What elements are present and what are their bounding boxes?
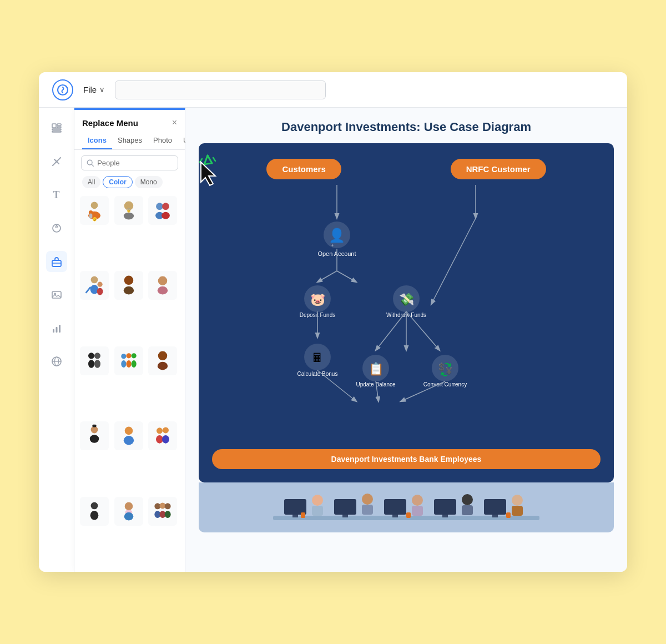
file-menu[interactable]: File ∨ (83, 85, 105, 94)
svg-rect-4 (52, 129, 61, 130)
svg-rect-113 (284, 499, 306, 515)
svg-line-35 (86, 288, 90, 293)
svg-point-37 (97, 288, 103, 295)
sidebar-item-tools[interactable] (46, 151, 67, 172)
svg-rect-116 (312, 506, 323, 516)
svg-line-20 (92, 164, 93, 166)
svg-point-61 (163, 427, 169, 434)
svg-point-123 (412, 495, 423, 506)
replace-menu: Replace Menu × Icons Shapes Photo Upload… (74, 108, 185, 572)
sidebar: T (39, 108, 74, 572)
svg-text:🐷: 🐷 (310, 292, 326, 307)
svg-point-41 (158, 286, 168, 295)
svg-point-49 (126, 360, 131, 368)
svg-point-115 (312, 495, 323, 506)
list-item[interactable] (80, 346, 109, 375)
sidebar-item-briefcase[interactable] (46, 251, 67, 272)
svg-point-38 (124, 276, 133, 285)
filter-color[interactable]: Color (103, 176, 132, 188)
svg-text:Calculate Bonus: Calculate Bonus (297, 371, 338, 377)
list-item[interactable] (80, 271, 109, 300)
svg-rect-11 (52, 291, 61, 298)
svg-point-127 (462, 494, 473, 505)
svg-point-42 (88, 353, 94, 359)
list-item[interactable]: 👵 (114, 196, 143, 225)
svg-rect-118 (342, 515, 348, 517)
list-item[interactable] (148, 346, 177, 375)
svg-rect-133 (301, 512, 305, 518)
list-item[interactable] (148, 497, 177, 526)
svg-text:🖩: 🖩 (311, 351, 324, 365)
tab-icons[interactable]: Icons (82, 132, 112, 149)
list-item[interactable] (148, 196, 177, 225)
svg-point-33 (91, 276, 98, 284)
svg-point-39 (123, 286, 133, 295)
svg-point-40 (158, 276, 168, 286)
sidebar-item-globe[interactable] (46, 351, 67, 372)
header-search-input[interactable] (115, 80, 326, 99)
list-item[interactable] (114, 271, 143, 300)
svg-rect-14 (56, 327, 57, 333)
file-label: File (83, 85, 97, 94)
diagram-title: Davenport Investments: Use Case Diagram (185, 108, 627, 143)
bank-employees-row (199, 482, 614, 532)
svg-rect-130 (492, 515, 498, 517)
svg-text:💸: 💸 (399, 292, 415, 307)
svg-rect-120 (362, 505, 373, 515)
filter-row: All Color Mono (74, 175, 185, 193)
svg-point-21 (91, 202, 98, 209)
replace-menu-close-button[interactable]: × (172, 118, 177, 128)
svg-rect-13 (53, 329, 54, 333)
file-chevron-icon: ∨ (99, 85, 105, 94)
body: T Replace Menu × (39, 108, 627, 572)
list-item[interactable] (80, 497, 109, 526)
list-item[interactable] (148, 421, 177, 450)
svg-text:📋: 📋 (369, 361, 384, 376)
svg-text:👵: 👵 (127, 208, 131, 213)
list-item[interactable]: 👴 (80, 196, 109, 225)
sidebar-item-shapes[interactable] (46, 218, 67, 239)
employees-illustration (204, 488, 608, 532)
svg-point-45 (94, 360, 100, 368)
svg-point-47 (121, 360, 126, 368)
filter-mono[interactable]: Mono (135, 176, 163, 188)
svg-point-67 (124, 512, 133, 520)
filter-all[interactable]: All (82, 176, 100, 188)
svg-line-88 (337, 271, 356, 282)
svg-text:Convert Currency: Convert Currency (423, 381, 467, 388)
uml-top-actors: Customers NRFC Customer (212, 159, 601, 179)
svg-point-48 (126, 353, 131, 358)
svg-point-32 (162, 212, 170, 219)
list-item[interactable] (80, 421, 109, 450)
svg-point-73 (165, 511, 171, 518)
app-window: File ∨ T (39, 72, 627, 572)
list-item[interactable] (114, 346, 143, 375)
svg-point-27 (123, 213, 133, 220)
list-item[interactable] (114, 421, 143, 450)
header: File ∨ (39, 72, 627, 108)
tab-photo[interactable]: Photo (148, 132, 178, 149)
replace-search-input[interactable] (97, 159, 173, 167)
svg-rect-126 (442, 515, 448, 517)
list-item[interactable] (148, 271, 177, 300)
list-item[interactable] (114, 497, 143, 526)
sidebar-item-layout[interactable] (46, 118, 67, 139)
sidebar-item-text[interactable]: T (46, 184, 67, 205)
replace-menu-header: Replace Menu × (74, 110, 185, 132)
sidebar-item-image[interactable] (46, 284, 67, 305)
svg-point-64 (90, 511, 99, 520)
svg-rect-134 (406, 512, 411, 518)
svg-rect-5 (52, 131, 61, 132)
tab-shapes[interactable]: Shapes (112, 132, 148, 149)
svg-text:+: + (331, 243, 334, 248)
svg-text:💱: 💱 (438, 362, 453, 377)
svg-point-131 (512, 495, 523, 506)
sidebar-item-chart[interactable] (46, 318, 67, 339)
svg-text:👤: 👤 (329, 227, 345, 243)
svg-point-56 (90, 435, 99, 443)
svg-point-46 (121, 354, 126, 359)
svg-point-53 (158, 362, 168, 370)
svg-point-44 (94, 353, 100, 359)
app-logo (52, 79, 73, 100)
svg-line-89 (431, 218, 476, 304)
